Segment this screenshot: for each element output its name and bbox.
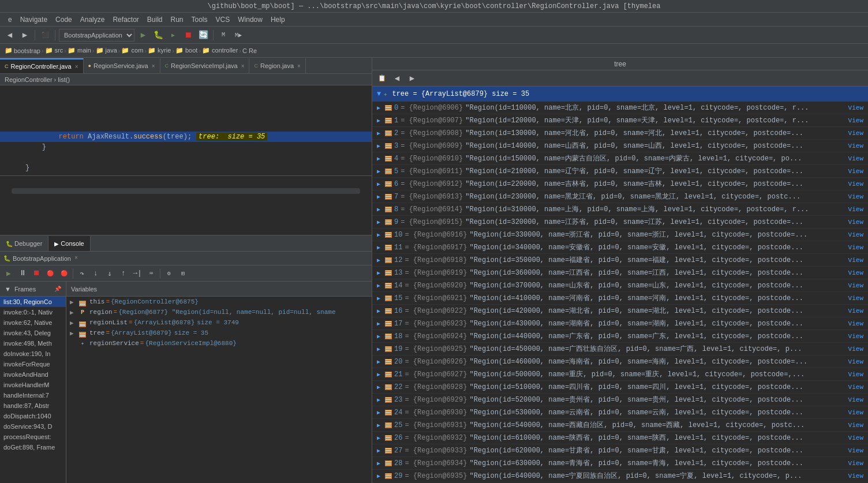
tab-region[interactable]: C Region.java ×	[249, 58, 305, 73]
frame-item-9[interactable]: handleInternal:7	[0, 390, 66, 400]
console-tab[interactable]: ▶ Console	[48, 236, 90, 251]
tree-item-6[interactable]: ▶ 6 = {Region@6912} "Region(id=220000, n…	[372, 178, 868, 190]
menu-refactor[interactable]: Refactor	[109, 14, 142, 25]
layout-button[interactable]: ⊞	[177, 268, 189, 279]
tree-expand-icon[interactable]: ▼	[377, 90, 381, 98]
tab-region-close[interactable]: ×	[297, 63, 301, 69]
debugger-tab[interactable]: 🐛 Debugger	[0, 236, 48, 251]
menu-tools[interactable]: Tools	[188, 14, 211, 25]
step-over-button[interactable]: ↷	[76, 268, 88, 279]
step-into-button[interactable]: ↓	[89, 268, 102, 279]
breadcrumb-com[interactable]: 📁 com	[121, 47, 143, 54]
variable-item-2[interactable]: ▶regionList = {ArrayList@6878} size = 37…	[66, 317, 372, 328]
tab-region-controller[interactable]: C RegionController.java ×	[0, 58, 84, 73]
tree-item-1[interactable]: ▶ 1 = {Region@6907} "Region(id=120000, n…	[372, 114, 868, 127]
tree-item-12[interactable]: ▶ 12 = {Region@6918} "Region(id=350000, …	[372, 254, 868, 267]
frames-pin[interactable]: 📌	[54, 286, 61, 292]
tab-region-service-impl-close[interactable]: ×	[241, 63, 245, 69]
menu-run[interactable]: Run	[167, 14, 187, 25]
frame-item-5[interactable]: doInvoke:190, In	[0, 349, 66, 359]
tab-region-controller-close[interactable]: ×	[75, 63, 78, 70]
pause-button[interactable]: ⏸	[16, 268, 29, 279]
tree-item-24[interactable]: ▶ 24 = {Region@6930} "Region(id=530000, …	[372, 406, 868, 419]
frame-item-10[interactable]: handle:87, Abstr	[0, 400, 66, 411]
code-editor[interactable]: return AjaxResult.success(tree);tree: si…	[0, 85, 372, 235]
prev-button[interactable]: ◀	[391, 72, 403, 85]
force-step-into-button[interactable]: ⇓	[103, 268, 116, 279]
tree-item-29[interactable]: ▶ 29 = {Region@6935} "Region(id=640000, …	[372, 470, 868, 482]
evaluate-button[interactable]: ⌨	[145, 268, 158, 279]
tree-item-8[interactable]: ▶ 8 = {Region@6914} "Region(id=310000, n…	[372, 203, 868, 216]
frame-item-13[interactable]: processRequest:	[0, 432, 66, 442]
tab-region-service-close[interactable]: ×	[152, 63, 155, 69]
tree-item-25[interactable]: ▶ 25 = {Region@6931} "Region(id=540000, …	[372, 419, 868, 432]
tree-item-27[interactable]: ▶ 27 = {Region@6933} "Region(id=620000, …	[372, 444, 868, 457]
session-close[interactable]: ×	[74, 255, 78, 261]
frame-item-11[interactable]: doDispatch:1040	[0, 411, 66, 421]
menu-code[interactable]: Code	[52, 14, 76, 25]
tab-region-service-impl[interactable]: C RegionServiceImpl.java ×	[160, 58, 250, 73]
tree-item-15[interactable]: ▶ 15 = {Region@6921} "Region(id=410000, …	[372, 292, 868, 305]
breadcrumb-controller[interactable]: 📁 controller	[202, 47, 238, 54]
tab-region-service[interactable]: ● RegionService.java ×	[84, 58, 160, 73]
tree-item-26[interactable]: ▶ 26 = {Region@6932} "Region(id=610000, …	[372, 432, 868, 444]
tree-item-22[interactable]: ▶ 22 = {Region@6928} "Region(id=510000, …	[372, 381, 868, 394]
next-button[interactable]: ▶	[406, 72, 418, 85]
mute-breakpoints-button[interactable]: 🔴	[58, 268, 70, 279]
tree-item-2[interactable]: ▶ 2 = {Region@6908} "Region(id=130000, n…	[372, 127, 868, 140]
tree-item-21[interactable]: ▶ 21 = {Region@6927} "Region(id=500000, …	[372, 368, 868, 381]
frame-item-12[interactable]: doService:943, D	[0, 421, 66, 432]
run-coverage-button[interactable]: ▶	[167, 29, 179, 42]
tree-item-0[interactable]: ▶ 0 = {Region@6906} "Region(id=110000, n…	[372, 102, 868, 114]
maven-run-button[interactable]: M▶	[232, 29, 245, 42]
breadcrumb-java[interactable]: 📁 java	[96, 47, 117, 54]
app-selector[interactable]: BootstrapApplication	[59, 29, 134, 42]
tree-item-19[interactable]: ▶ 19 = {Region@6925} "Region(id=450000, …	[372, 343, 868, 355]
frame-item-3[interactable]: invoke:43, Deleg	[0, 328, 66, 338]
tree-item-11[interactable]: ▶ 11 = {Region@6917} "Region(id=340000, …	[372, 241, 868, 254]
tree-item-20[interactable]: ▶ 20 = {Region@6926} "Region(id=460000, …	[372, 355, 868, 368]
frames-toggle[interactable]: ▼	[5, 286, 11, 293]
tree-item-4[interactable]: ▶ 4 = {Region@6910} "Region(id=150000, n…	[372, 152, 868, 165]
menu-window[interactable]: Window	[234, 14, 266, 25]
step-out-button[interactable]: ↑	[117, 268, 130, 279]
tree-item-17[interactable]: ▶ 17 = {Region@6923} "Region(id=430000, …	[372, 317, 868, 330]
tree-item-23[interactable]: ▶ 23 = {Region@6929} "Region(id=520000, …	[372, 394, 868, 406]
breadcrumb-src[interactable]: 📁 src	[45, 47, 63, 54]
menu-build[interactable]: Build	[144, 14, 166, 25]
menu-vcs[interactable]: VCS	[212, 14, 234, 25]
debug-button[interactable]: 🐛	[152, 29, 164, 42]
breadcrumb-bootstrap-label[interactable]: bootstrap	[14, 47, 40, 54]
tree-item-16[interactable]: ▶ 16 = {Region@6922} "Region(id=420000, …	[372, 305, 868, 317]
variable-item-0[interactable]: ▶this = {RegionController@6875}	[66, 297, 372, 307]
tree-header[interactable]: ▼ ✦ tree = {ArrayList@6879} size = 35	[372, 87, 868, 102]
frame-item-8[interactable]: invokeHandlerM	[0, 380, 66, 390]
menu-e[interactable]: e	[5, 14, 16, 25]
reload-button[interactable]: 🔄	[197, 29, 209, 42]
run-button[interactable]: ▶	[137, 29, 149, 42]
frame-item-6[interactable]: invokeForReque	[0, 359, 66, 369]
view-breakpoints-button[interactable]: 🔴	[44, 268, 57, 279]
tree-item-10[interactable]: ▶ 10 = {Region@6916} "Region(id=330000, …	[372, 229, 868, 241]
tree-item-9[interactable]: ▶ 9 = {Region@6915} "Region(id=320000, n…	[372, 216, 868, 229]
maven-button[interactable]: M	[217, 29, 230, 42]
tree-item-5[interactable]: ▶ 5 = {Region@6911} "Region(id=210000, n…	[372, 165, 868, 178]
menu-navigate[interactable]: Navigate	[17, 14, 51, 25]
breadcrumb-boot[interactable]: 📁 boot	[175, 47, 197, 54]
frame-item-14[interactable]: doGet:898, Frame	[0, 442, 66, 452]
tree-item-18[interactable]: ▶ 18 = {Region@6924} "Region(id=440000, …	[372, 330, 868, 343]
run-to-cursor-button[interactable]: →|	[131, 268, 144, 279]
frame-item-7[interactable]: invokeAndHand	[0, 369, 66, 380]
tree-item-14[interactable]: ▶ 14 = {Region@6920} "Region(id=370000, …	[372, 279, 868, 292]
tree-item-28[interactable]: ▶ 28 = {Region@6934} "Region(id=630000, …	[372, 457, 868, 470]
breadcrumb-bootstrap[interactable]: 📁	[5, 47, 13, 54]
menu-help[interactable]: Help	[267, 14, 289, 25]
resume-button[interactable]: ▶	[2, 268, 15, 279]
frame-item-2[interactable]: invoke:62, Native	[0, 317, 66, 328]
variable-item-1[interactable]: ▶Pregion = {Region@6877} "Region(id=null…	[66, 307, 372, 317]
tree-item-3[interactable]: ▶ 3 = {Region@6909} "Region(id=140000, n…	[372, 140, 868, 152]
settings-button[interactable]: ⚙	[163, 268, 175, 279]
stop-debug-button[interactable]: ⏹	[30, 268, 43, 279]
tree-item-7[interactable]: ▶ 7 = {Region@6913} "Region(id=230000, n…	[372, 190, 868, 203]
breadcrumb-main[interactable]: 📁 main	[68, 47, 91, 54]
